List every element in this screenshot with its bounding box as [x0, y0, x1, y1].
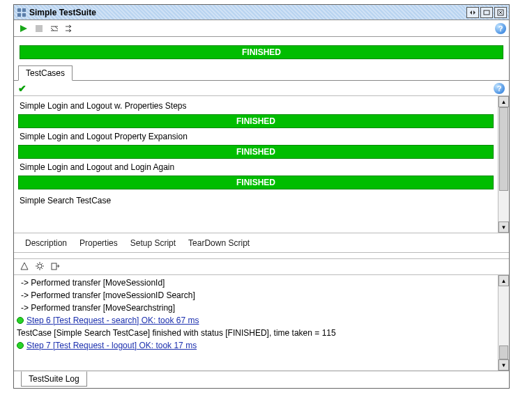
- overall-status-bar: FINISHED: [20, 45, 503, 59]
- testsuite-window: Simple TestSuite ? FINISHED TestCases ✔ …: [13, 4, 510, 389]
- loop-button[interactable]: [47, 22, 61, 36]
- log-step-link[interactable]: Step 6 [Test Request - search] OK: took …: [26, 316, 199, 325]
- svg-rect-0: [17, 8, 21, 12]
- help-icon[interactable]: ?: [494, 83, 505, 94]
- tabstrip-upper: TestCases: [14, 65, 509, 80]
- tab-description[interactable]: Description: [25, 238, 67, 248]
- testcase-name: Simple Login and Logout w. Properties St…: [18, 100, 494, 111]
- scroll-down-icon[interactable]: ▼: [498, 221, 509, 233]
- parallel-button[interactable]: [63, 22, 77, 36]
- clear-log-icon[interactable]: [20, 261, 29, 273]
- log-line: -> Performed transfer [MoveSessionId]: [17, 277, 495, 289]
- testcase-row[interactable]: Simple Login and Logout Property Expansi…: [18, 131, 494, 159]
- testcase-name: Simple Search TestCase: [18, 195, 494, 206]
- log-line: TestCase [Simple Search TestCase] finish…: [17, 327, 495, 339]
- testcases-list: Simple Login and Logout w. Properties St…: [14, 96, 498, 233]
- testcase-name: Simple Login and Logout and Login Again: [18, 162, 494, 173]
- log-toolbar: [14, 258, 509, 275]
- log-line: -> Performed transfer [moveSessionID Sea…: [17, 289, 495, 302]
- tab-properties[interactable]: Properties: [79, 238, 118, 248]
- export-icon[interactable]: [50, 261, 60, 273]
- ok-dot-icon: [17, 317, 24, 324]
- svg-rect-1: [22, 8, 26, 12]
- log-area: -> Performed transfer [MoveSessionId] ->…: [14, 275, 509, 371]
- settings-icon[interactable]: [35, 261, 45, 273]
- tab-setup-script[interactable]: Setup Script: [130, 238, 176, 248]
- window-title: Simple TestSuite: [29, 8, 96, 17]
- scroll-up-icon[interactable]: ▲: [498, 275, 509, 286]
- titlebar: Simple TestSuite: [14, 5, 509, 20]
- svg-rect-6: [36, 25, 43, 32]
- log-lines: -> Performed transfer [MoveSessionId] ->…: [14, 275, 498, 371]
- overall-status-wrap: FINISHED: [14, 37, 509, 65]
- checkmark-icon: ✔: [18, 83, 26, 94]
- testcase-row[interactable]: Simple Login and Logout w. Properties St…: [18, 100, 494, 128]
- svg-point-7: [38, 264, 42, 268]
- stop-button[interactable]: [32, 22, 46, 36]
- scrollbar-log[interactable]: ▲ ▼: [498, 275, 509, 371]
- scroll-up-icon[interactable]: ▲: [498, 96, 509, 107]
- log-step-link[interactable]: Step 7 [Test Request - logout] OK: took …: [26, 341, 197, 350]
- svg-rect-3: [22, 13, 26, 17]
- maximize-button[interactable]: [480, 7, 493, 18]
- testcase-row[interactable]: Simple Search TestCase: [18, 195, 494, 206]
- scroll-thumb[interactable]: [499, 107, 508, 191]
- ok-dot-icon: [17, 342, 24, 349]
- log-line: -> Performed transfer [MoveSearchstring]: [17, 302, 495, 314]
- tab-teardown-script[interactable]: TearDown Script: [188, 238, 250, 248]
- svg-rect-4: [484, 10, 489, 15]
- testcases-toolbar: ✔ ?: [14, 81, 509, 96]
- testcase-status-bar: FINISHED: [18, 145, 494, 159]
- scroll-thumb[interactable]: [499, 345, 508, 359]
- run-button[interactable]: [17, 22, 31, 36]
- svg-rect-8: [52, 263, 56, 270]
- testcases-scroll: Simple Login and Logout w. Properties St…: [14, 96, 509, 233]
- tab-testsuite-log[interactable]: TestSuite Log: [21, 371, 87, 387]
- bottom-tabstrip: TestSuite Log: [14, 371, 509, 388]
- grid-icon: [17, 8, 26, 17]
- help-icon[interactable]: ?: [495, 23, 506, 34]
- toolbar: ?: [14, 20, 509, 37]
- log-line: Step 7 [Test Request - logout] OK: took …: [17, 339, 495, 352]
- tab-testcases[interactable]: TestCases: [18, 65, 73, 81]
- minimize-button[interactable]: [466, 7, 479, 18]
- testcase-status-bar: FINISHED: [18, 114, 494, 128]
- svg-rect-2: [17, 13, 21, 17]
- subtabs: Description Properties Setup Script Tear…: [14, 233, 509, 253]
- testcase-status-bar: FINISHED: [18, 176, 494, 189]
- scroll-down-icon[interactable]: ▼: [498, 359, 509, 371]
- testcase-row[interactable]: Simple Login and Logout and Login Again …: [18, 162, 494, 189]
- testcase-name: Simple Login and Logout Property Expansi…: [18, 131, 494, 142]
- log-line: Step 6 [Test Request - search] OK: took …: [17, 314, 495, 327]
- close-button[interactable]: [494, 7, 507, 18]
- scrollbar-testcases[interactable]: ▲ ▼: [498, 96, 509, 233]
- testcases-panel: ✔ ? Simple Login and Logout w. Propertie…: [14, 80, 509, 253]
